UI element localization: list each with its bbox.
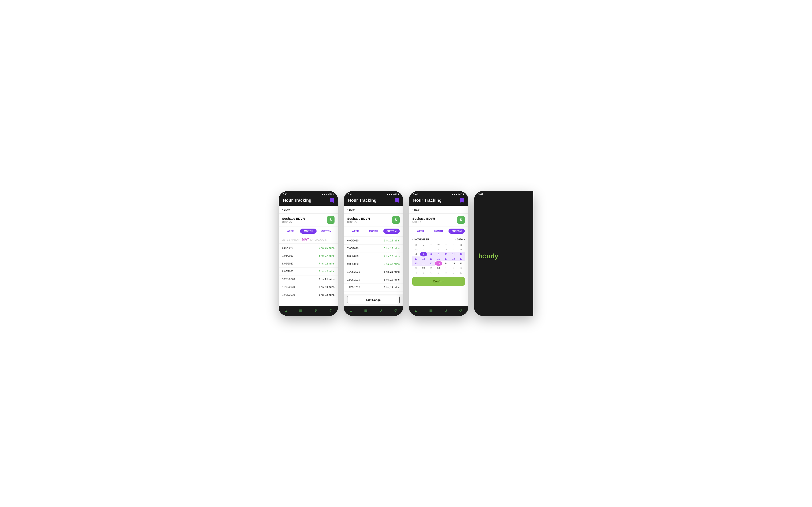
cal-day-range[interactable]: 17	[442, 257, 450, 261]
tab-week-2[interactable]: WEEK	[347, 229, 363, 234]
months-after: JUN JUL AUG S	[309, 238, 327, 241]
nav-list-2[interactable]: ☰	[364, 308, 367, 313]
row-date: 6/05/2020	[282, 246, 293, 249]
cal-day[interactable]: 5	[457, 247, 465, 252]
next-month-button[interactable]: ›	[430, 238, 431, 241]
nav-list-3[interactable]: ☰	[429, 308, 433, 313]
cal-day[interactable]: 5	[420, 270, 427, 275]
cal-day[interactable]: 1	[427, 247, 435, 252]
nav-refresh-3[interactable]: ↺	[459, 308, 462, 313]
back-bar-3[interactable]: ‹ Back	[409, 206, 468, 214]
cal-day-range[interactable]: 10	[442, 252, 450, 257]
cal-day[interactable]: 30	[435, 266, 442, 270]
cal-day-end[interactable]: 23	[435, 261, 442, 266]
nav-dollar-3[interactable]: $	[445, 308, 447, 313]
row-date: 11/05/2020	[282, 286, 295, 289]
cal-day-start[interactable]: 7	[420, 252, 427, 257]
battery-icon: ▮	[333, 193, 334, 195]
phone-content-1: ‹ Back Soshase EDVR U$S 15/h $ WEEK MONT…	[279, 206, 338, 306]
cal-day[interactable]: 10	[457, 270, 465, 275]
nav-refresh-1[interactable]: ↺	[328, 308, 332, 313]
tab-week-3[interactable]: WEEK	[412, 229, 428, 234]
cal-day-range[interactable]: 22	[427, 261, 435, 266]
cal-day-range[interactable]: 16	[435, 257, 442, 261]
nav-dollar-2[interactable]: $	[379, 308, 382, 313]
cal-day[interactable]: 9	[450, 270, 457, 275]
cal-day[interactable]: 25	[450, 261, 457, 266]
next-year-button[interactable]: ›	[464, 238, 465, 241]
cal-day[interactable]: 3	[457, 266, 465, 270]
cal-day-range[interactable]: 9	[435, 252, 442, 257]
cal-day[interactable]: 29	[427, 266, 435, 270]
prev-year-button[interactable]: ‹	[455, 238, 456, 241]
nav-dollar-1[interactable]: $	[314, 308, 316, 313]
tab-custom-1[interactable]: CUSTOM	[318, 229, 335, 234]
prev-month-button[interactable]: ‹	[412, 238, 413, 241]
nav-refresh-2[interactable]: ↺	[394, 308, 397, 313]
splash-content: hurly	[474, 196, 533, 316]
status-bar-4: 9:41	[474, 191, 533, 196]
cal-day[interactable]: 2	[450, 266, 457, 270]
tab-custom-3[interactable]: CUSTOM	[449, 229, 465, 234]
cal-day[interactable]: 3	[442, 247, 450, 252]
cal-day-range[interactable]: 11	[450, 252, 457, 257]
back-button-2[interactable]: ‹ Back	[347, 208, 355, 211]
phone-header-2: Hour Tracking	[344, 196, 403, 206]
back-button-1[interactable]: ‹ Back	[282, 208, 290, 211]
cal-day[interactable]: 31	[420, 247, 427, 252]
cal-day[interactable]: 28	[420, 266, 427, 270]
row-hours: 5 hs, 17 mins	[384, 247, 400, 250]
back-bar-2[interactable]: ‹ Back	[344, 206, 403, 214]
month-scroller-1[interactable]: JN FEB MAR APR MAY JUN JUL AUG S	[279, 236, 338, 243]
cal-day-range[interactable]: 8	[427, 252, 435, 257]
cal-day[interactable]: 24	[442, 261, 450, 266]
cal-day[interactable]: 4	[450, 247, 457, 252]
cal-day[interactable]: 8	[442, 270, 450, 275]
cal-day-range[interactable]: 20	[412, 261, 420, 266]
nav-home-3[interactable]: ⌂	[415, 308, 417, 313]
back-button-3[interactable]: ‹ Back	[412, 208, 420, 211]
table-row: 10/05/20206 hs, 21 mins	[279, 276, 338, 283]
nav-home-2[interactable]: ⌂	[350, 308, 352, 313]
cal-week-1: 6 7 8 9 10 11 12	[412, 252, 465, 257]
cal-day[interactable]: 4	[412, 270, 420, 275]
row-hours: 6 hs, 25 mins	[319, 246, 335, 249]
signal-icon: ▲▲▲	[321, 193, 327, 195]
back-bar-1[interactable]: ‹ Back	[279, 206, 338, 214]
cal-week-4: 27 28 29 30 1 2 3	[412, 266, 465, 270]
table-row: 11/05/20208 hs, 10 mins	[279, 283, 338, 291]
cal-day[interactable]: 1	[442, 266, 450, 270]
table-row: 8/05/20207 hs, 12 mins	[279, 260, 338, 268]
edit-range-button[interactable]: Edit Range	[347, 296, 400, 304]
hourly-logo: hurly	[478, 252, 498, 260]
cal-day-range[interactable]: 13	[412, 257, 420, 261]
cal-day-range[interactable]: 19	[457, 257, 465, 261]
cal-day[interactable]: 27	[412, 266, 420, 270]
tab-month-3[interactable]: MONTH	[430, 229, 447, 234]
cal-day[interactable]: 2	[435, 247, 442, 252]
cal-day[interactable]: 30	[412, 247, 420, 252]
cal-day-range[interactable]: 21	[420, 261, 427, 266]
back-chevron-2: ‹	[347, 208, 348, 211]
tab-month-1[interactable]: MONTH	[300, 229, 316, 234]
cal-day[interactable]: 6	[427, 270, 435, 275]
cal-header-m: M	[420, 243, 427, 247]
tab-month-2[interactable]: MONTH	[365, 229, 382, 234]
nav-list-1[interactable]: ☰	[299, 308, 302, 313]
calendar-grid: S M T W T F S 30 31 1	[412, 243, 465, 275]
cal-day-range[interactable]: 14	[420, 257, 427, 261]
tracking-list-2: 6/05/20206 hs, 25 mins 7/05/20205 hs, 17…	[344, 237, 403, 294]
cal-day[interactable]: 7	[435, 270, 442, 275]
confirm-button[interactable]: Confirm	[412, 277, 465, 286]
cal-day[interactable]: 26	[457, 261, 465, 266]
nav-home-1[interactable]: ⌂	[285, 308, 287, 313]
logo-text: h	[478, 252, 483, 260]
app-title-3: Hour Tracking	[413, 198, 442, 203]
tab-custom-2[interactable]: CUSTOM	[384, 229, 400, 234]
cal-day-range[interactable]: 15	[427, 257, 435, 261]
cal-day[interactable]: 6	[412, 252, 420, 257]
tab-week-1[interactable]: WEEK	[282, 229, 298, 234]
bookmark-icon-1	[330, 198, 334, 203]
cal-day-range[interactable]: 12	[457, 252, 465, 257]
cal-day-range[interactable]: 18	[450, 257, 457, 261]
